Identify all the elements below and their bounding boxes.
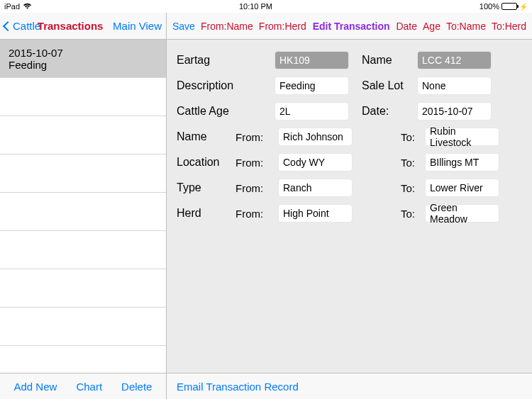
to-label: To: (401, 182, 419, 194)
cattle-age-label: Cattle Age (177, 105, 262, 118)
battery-pct: 100% (480, 2, 499, 11)
date-label: Date: (362, 105, 404, 118)
name-label: Name (362, 54, 404, 67)
list-item-date: 2015-10-07 (9, 47, 157, 59)
sale-lot-label: Sale Lot (362, 79, 404, 92)
status-bar: iPad 10:10 PM 100% ⚡ (0, 0, 532, 13)
save-button[interactable]: Save (172, 21, 195, 32)
to-label: To: (401, 208, 419, 220)
list-item (0, 116, 166, 154)
list-item[interactable]: 2015-10-07 Feeding (0, 40, 166, 78)
detail-header: Save From:Name From:Herd Edit Transactio… (167, 13, 532, 40)
battery-icon (501, 3, 517, 10)
form: Eartag HK109 Name LCC 412 Description Fe… (167, 40, 532, 373)
chevron-left-icon (3, 21, 13, 30)
main-view-button[interactable]: Main View (113, 20, 162, 32)
list-item (0, 308, 166, 346)
sidebar: Cattle Transactions Main View 2015-10-07… (0, 13, 167, 399)
from-label: From: (235, 157, 272, 169)
charging-icon: ⚡ (519, 3, 528, 11)
from-name-button[interactable]: From:Name (201, 21, 253, 32)
date-field[interactable]: 2015-10-07 (417, 102, 492, 120)
status-time: 10:10 PM (239, 2, 272, 11)
from-herd-button[interactable]: From:Herd (259, 21, 306, 32)
list-item-desc: Feeding (9, 59, 157, 71)
sidebar-title: Transactions (28, 20, 113, 32)
location-to-field[interactable]: BIllings MT (425, 153, 499, 172)
email-record-button[interactable]: Email Transaction Record (177, 381, 299, 393)
name-to-field[interactable]: Rubin Livestock (425, 128, 499, 146)
from-label: From: (235, 182, 272, 194)
age-button[interactable]: Age (423, 21, 440, 32)
chart-button[interactable]: Chart (76, 381, 102, 393)
to-label: To: (401, 131, 419, 143)
detail-toolbar: Email Transaction Record (167, 373, 532, 399)
name-field[interactable]: LCC 412 (417, 51, 492, 69)
to-name-button[interactable]: To:Name (446, 21, 486, 32)
from-label: From: (235, 208, 272, 220)
type-from-field[interactable]: Ranch (278, 179, 353, 197)
eartag-field[interactable]: HK109 (275, 51, 349, 69)
herd-from-field[interactable]: High Point (278, 204, 353, 223)
sidebar-toolbar: Add New Chart Delete (0, 373, 166, 399)
wifi-icon (23, 2, 32, 11)
name-from-field[interactable]: Rich Johnson (278, 128, 353, 146)
eartag-label: Eartag (177, 54, 262, 67)
to-herd-button[interactable]: To:Herd (492, 21, 526, 32)
list-item (0, 154, 166, 193)
type-label: Type (177, 181, 230, 194)
description-label: Description (177, 79, 262, 92)
location-label: Location (177, 156, 230, 169)
list-item (0, 231, 166, 269)
add-new-button[interactable]: Add New (14, 381, 57, 393)
date-button[interactable]: Date (396, 21, 417, 32)
sale-lot-field[interactable]: None (417, 77, 492, 95)
list-item (0, 193, 166, 231)
to-label: To: (401, 157, 419, 169)
delete-button[interactable]: Delete (121, 381, 152, 393)
list-item (0, 78, 166, 116)
herd-label: Herd (177, 207, 230, 220)
cattle-age-field[interactable]: 2L (275, 102, 349, 120)
herd-to-field[interactable]: Green Meadow (425, 204, 499, 223)
device-label: iPad (4, 2, 20, 11)
type-to-field[interactable]: Lower River (425, 179, 499, 197)
detail-pane: Save From:Name From:Herd Edit Transactio… (167, 13, 532, 399)
page-title: Edit Transaction (313, 21, 390, 32)
sidebar-header: Cattle Transactions Main View (0, 13, 166, 40)
row-name-label: Name (177, 130, 230, 143)
description-field[interactable]: Feeding (275, 77, 349, 95)
transaction-list: 2015-10-07 Feeding (0, 40, 166, 373)
location-from-field[interactable]: Cody WY (278, 153, 353, 172)
from-label: From: (235, 131, 272, 143)
list-item (0, 269, 166, 308)
